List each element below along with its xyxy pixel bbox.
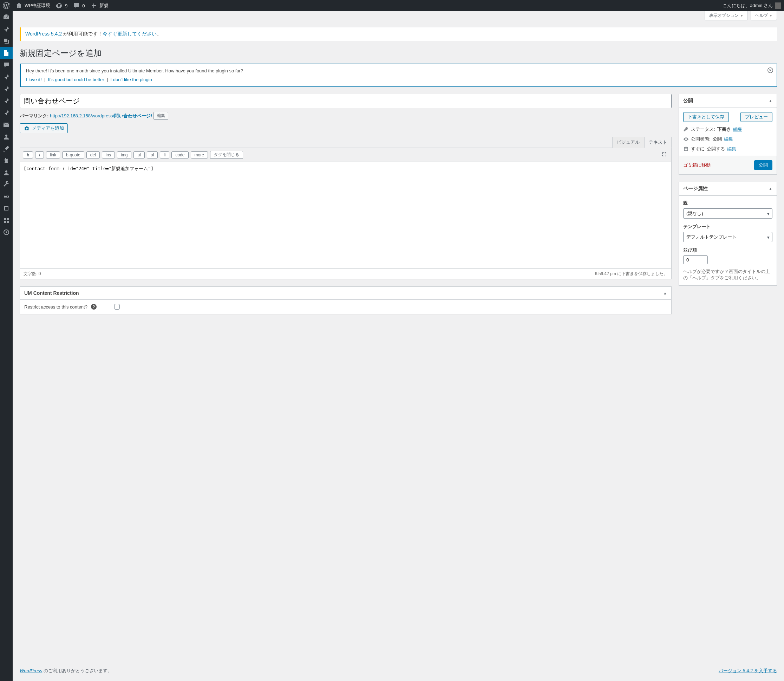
dismiss-notice-button[interactable]	[768, 68, 773, 74]
menu-comments[interactable]	[0, 59, 13, 71]
menu-collapse[interactable]	[0, 226, 13, 238]
new-link[interactable]: 新規	[90, 2, 109, 9]
update-icon	[56, 2, 63, 9]
ed-i[interactable]: i	[35, 152, 44, 158]
ed-more[interactable]: more	[191, 152, 208, 158]
um-love-link[interactable]: I love it!	[26, 77, 42, 82]
media-icon	[3, 38, 10, 44]
key-icon	[683, 127, 689, 132]
menu-plugins[interactable]	[0, 155, 13, 166]
publish-box-header[interactable]: 公開 ▲	[679, 94, 777, 108]
plugin-icon	[3, 157, 10, 164]
parent-label: 親	[683, 200, 772, 206]
greeting: こんにちは、admin さん	[722, 2, 773, 9]
editor-toolbar: b i link b-quote del ins img ul ol li co…	[20, 148, 671, 162]
tab-visual[interactable]: ビジュアル	[612, 137, 644, 148]
visibility-icon	[683, 136, 689, 142]
ed-link[interactable]: link	[46, 152, 60, 158]
menu-posts[interactable]	[0, 23, 13, 35]
menu-item-7[interactable]	[0, 83, 13, 95]
wrench-icon	[3, 181, 10, 188]
comments-link[interactable]: 0	[73, 2, 85, 9]
um-feedback-notice: Hey there! It's been one month since you…	[20, 63, 777, 87]
preview-button[interactable]: プレビュー	[740, 112, 772, 122]
menu-contact[interactable]	[0, 119, 13, 131]
help-button[interactable]: ヘルプ	[751, 11, 777, 21]
autosave-status: 6:56:42 pm に下書きを保存しました。	[595, 271, 668, 277]
fullscreen-icon	[661, 152, 667, 157]
ed-b[interactable]: b	[23, 152, 33, 158]
menu-item-9[interactable]	[0, 107, 13, 119]
help-icon[interactable]: ?	[91, 304, 96, 310]
get-version-link[interactable]: バージョン 5.4.2 を入手する	[719, 668, 777, 673]
menu-users[interactable]	[0, 166, 13, 179]
calendar-icon	[683, 146, 689, 152]
wordpress-link[interactable]: WordPress	[20, 668, 42, 673]
menu-pages[interactable]	[0, 47, 13, 59]
fullscreen-button[interactable]	[660, 150, 669, 160]
ed-close-tags[interactable]: タグを閉じる	[210, 151, 243, 159]
screen-meta: 表示オプション ヘルプ	[13, 11, 784, 21]
mail-icon	[3, 121, 10, 128]
pin-icon	[3, 26, 10, 33]
publish-button[interactable]: 公開	[754, 160, 772, 170]
menu-item-17[interactable]	[0, 214, 13, 226]
title-input[interactable]	[20, 94, 672, 108]
attrs-box-header[interactable]: ページ属性 ▲	[679, 182, 777, 196]
dashboard-icon	[3, 14, 10, 21]
order-input[interactable]	[683, 255, 708, 264]
ed-ins[interactable]: ins	[102, 152, 115, 158]
ed-img[interactable]: img	[117, 152, 131, 158]
account-link[interactable]: こんにちは、admin さん	[722, 2, 781, 9]
parent-select[interactable]: (親なし)	[683, 208, 772, 219]
menu-users-icon[interactable]	[0, 131, 13, 143]
tab-text[interactable]: テキスト	[644, 137, 672, 148]
menu-appearance[interactable]	[0, 143, 13, 155]
site-name: WP検証環境	[25, 2, 50, 9]
menu-media[interactable]	[0, 35, 13, 47]
permalink-link[interactable]: http://192.168.2.158/wordpress/問い合わせページ/	[50, 113, 152, 119]
save-draft-button[interactable]: 下書きとして保存	[683, 112, 729, 122]
ed-ol[interactable]: ol	[147, 152, 158, 158]
trash-link[interactable]: ゴミ箱に移動	[683, 162, 711, 168]
content-textarea[interactable]: [contact-form-7 id="240" title="新規追加フォーム…	[20, 162, 671, 268]
editor-box: b i link b-quote del ins img ul ol li co…	[20, 147, 672, 279]
um-restriction-box: UM Content Restriction ▲ Restrict access…	[20, 287, 672, 314]
update-version-link[interactable]: WordPress 5.4.2	[25, 31, 62, 36]
site-link[interactable]: WP検証環境	[16, 2, 50, 9]
edit-schedule-link[interactable]: 編集	[727, 146, 736, 152]
editor-status-bar: 文字数: 0 6:56:42 pm に下書きを保存しました。	[20, 268, 671, 279]
ed-ul[interactable]: ul	[133, 152, 144, 158]
um-box-header[interactable]: UM Content Restriction ▲	[20, 287, 671, 300]
menu-tools[interactable]	[0, 179, 13, 190]
admin-menu	[0, 11, 13, 681]
um-good-link[interactable]: It's good but could be better	[48, 77, 104, 82]
ed-li[interactable]: li	[160, 152, 169, 158]
edit-permalink-button[interactable]: 編集	[153, 112, 168, 120]
edit-status-link[interactable]: 編集	[733, 126, 742, 133]
menu-dashboard[interactable]	[0, 11, 13, 23]
restrict-checkbox[interactable]	[114, 304, 120, 310]
ed-del[interactable]: del	[86, 152, 100, 158]
menu-item-6[interactable]	[0, 71, 13, 83]
publish-box: 公開 ▲ 下書きとして保存 プレビュー ステータス: 下書き 編集	[679, 94, 777, 175]
ed-bquote[interactable]: b-quote	[62, 152, 84, 158]
permalink-row: パーマリンク: http://192.168.2.158/wordpress/問…	[20, 112, 672, 120]
comments-count: 0	[82, 3, 85, 8]
admin-footer: WordPress のご利用ありがとうございます。 バージョン 5.4.2 を入…	[13, 660, 784, 681]
ed-code[interactable]: code	[171, 152, 188, 158]
add-media-button[interactable]: メディアを追加	[20, 124, 68, 133]
edit-visibility-link[interactable]: 編集	[724, 136, 733, 142]
chevron-up-icon: ▲	[768, 187, 772, 191]
menu-settings[interactable]	[0, 190, 13, 203]
menu-item-16[interactable]	[0, 203, 13, 214]
wp-logo[interactable]	[3, 2, 10, 9]
screen-options-button[interactable]: 表示オプション	[705, 11, 748, 21]
update-nag: WordPress 5.4.2 が利用可能です！今すぐ更新してください。	[20, 27, 777, 41]
menu-item-8[interactable]	[0, 95, 13, 107]
um-notice-text: Hey there! It's been one month since you…	[26, 68, 772, 73]
update-now-link[interactable]: 今すぐ更新してください	[103, 31, 156, 36]
template-select[interactable]: デフォルトテンプレート	[683, 232, 772, 242]
updates-link[interactable]: 9	[56, 2, 68, 9]
um-dislike-link[interactable]: I don't like the plugin	[111, 77, 152, 82]
